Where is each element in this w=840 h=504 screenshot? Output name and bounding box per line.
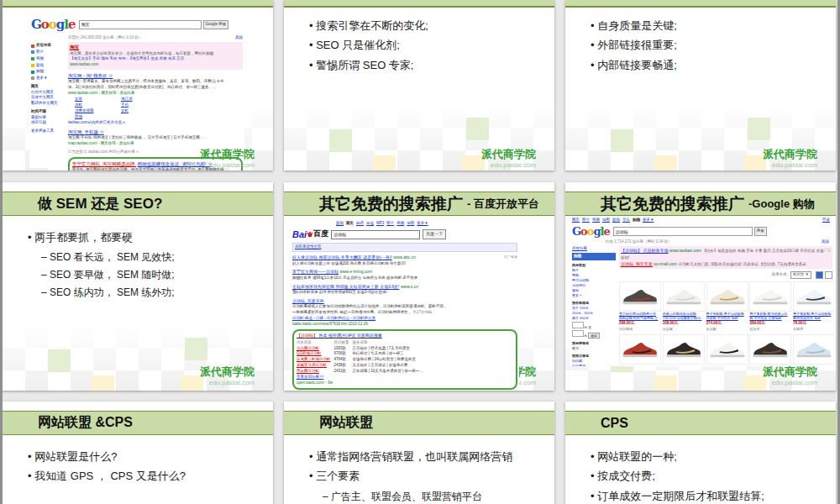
bullet-list: 网站联盟是什么? 我知道 GPS ， CPS 又是什么?: [3, 450, 273, 484]
price-min-input[interactable]: [572, 322, 584, 328]
sidebar-filter[interactable]: 翻译的外文网页: [31, 101, 65, 107]
sidebar-item[interactable]: 视频: [31, 56, 65, 62]
sidebar-filter[interactable]: 最新结果: [31, 115, 65, 121]
bullet-item: 三个要素: [309, 470, 544, 483]
sidebar-item[interactable]: 所有结果: [31, 43, 65, 49]
slide-title-bar: 网站联盟: [284, 411, 554, 435]
advanced-search-link[interactable]: 高级: [235, 35, 243, 41]
table-row: 西街网运动鞋2431款正版保障 | 10天无条件退换货 | 假一赔一…: [297, 369, 427, 375]
baidu-logo: Bai百度: [292, 228, 328, 242]
sub-bullet-list: SEO 看长远， SEM 见效快; SEO 要早做， SEM 随时做; SEO …: [3, 250, 273, 300]
product-title-link: 男子复刻鞋 男子运动板鞋 帆布热卖特价 包邮: [793, 312, 832, 321]
watermark: 派代商学院edu.paidai.com: [200, 149, 255, 169]
result-title-link[interactable]: 好人缘运动鞋 推荐运动鞋 冬季大酬宾 就是要你(一身)!: [292, 255, 392, 260]
product-merchant-table: 优质商家商品数量服务保障 当当网运动鞋1093款正品低价 | 经济实惠 | 7天…: [297, 340, 427, 375]
result-title-link[interactable]: 淘宝网, 手机版 ☆: [68, 129, 243, 135]
result-title-link[interactable]: 淘宝网 - 淘! 我喜欢 ☆: [68, 72, 243, 79]
sort-bar: 排序方式: 相关性 ▼: [619, 271, 832, 279]
search-result: 淘宝网, 手机版 ☆ 淘宝网-手机版·我的淘宝 | 查特价三我的收藏 … 官方手…: [68, 129, 243, 147]
ad-title-link[interactable]: 运动鞋, 淘宝专卖: [621, 261, 653, 266]
bullet-list: 网站联盟的一种; 按成交付费; 订单成效一定期限后才和联盟结算;: [565, 450, 836, 503]
slide-thumbnail-sem-vs-seo[interactable]: 做 SEM 还是 SEO? 两手都要抓，都要硬 SEO 看长远， SEM 见效快…: [3, 182, 273, 391]
bullet-item: 按成交付费;: [591, 470, 826, 483]
product-card[interactable]: 男子复刻鞋 男子运动板鞋 帆布热卖特价 包邮 76.00元 名鞋库: [793, 281, 832, 332]
result-title-link[interactable]: 李宁官方商城——运动鞋: [292, 269, 339, 274]
sidebar-item[interactable]: 图片: [31, 50, 65, 55]
baidu-search-input[interactable]: [331, 230, 420, 239]
more-from-site-link[interactable]: taobao.com站内的其它相关信息 »: [68, 120, 243, 126]
search-input[interactable]: [613, 227, 753, 236]
highlighted-product-search-box: 【运动鞋】 热卖 报价|图片|评论 百度商品搜索 优质商家商品数量服务保障 当当…: [292, 329, 517, 390]
results-stats: 获得约 241,000,000 条结果（用时 0.10 秒）: [68, 35, 142, 41]
product-row: 意大利品牌运动鞋男士休闲跑步鞋 时尚气垫男鞋 正品包邮 298.00元 拍拍商城…: [619, 281, 832, 332]
product-card[interactable]: 男子复刻鞋 耐克经典小白鞋 节日热卖 全国包邮 369.00元 好乐买: [749, 281, 789, 332]
sidebar-item[interactable]: 购物: [31, 69, 65, 75]
slide-title: 其它免费的搜索推广: [319, 193, 463, 215]
product-title-link: 男子复刻鞋 耐克经典小白鞋 节日热卖 全国包邮: [749, 312, 789, 321]
sidebar-item-shopping[interactable]: 购物: [572, 253, 616, 260]
sidebar-item[interactable]: 更多▼: [31, 76, 65, 81]
google-logo: Google: [572, 223, 610, 240]
product-card[interactable]: 男子智跑鞋 男子运动板鞋休闲鞋 节日特价 包邮 374.00元 乐淘网: [706, 281, 746, 332]
ad-title-link[interactable]: 【运动鞋】 正品秒杀专场: [621, 248, 668, 253]
slide-thumbnail-affiliate-definition[interactable]: 网站联盟 通常指网络营销联盟，也叫联属网络营销 三个要素 广告主、联盟会员、联盟…: [284, 402, 554, 504]
price-apply-button[interactable]: 确定: [588, 333, 600, 339]
slide-thumbnail-google-shopping[interactable]: 其它免费的搜索推广-Google 购物 网页图片视频地图新闻音乐购物更多▼ 登录…: [565, 182, 836, 391]
product-card[interactable]: [706, 334, 746, 365]
slide-thumbnail-baidu-platform[interactable]: 派代商学院edu.paidai.com 其它免费的搜索推广- 百度开放平台 新闻…: [284, 182, 554, 391]
baike-result: 运动鞋_百度百科 运动鞋是根据人们参加运动或旅游的特点设计制造的，运动鞋的鞋底和…: [292, 298, 517, 328]
slide-thumbnail-link-quality[interactable]: 自身质量是关键; 外部链接很重要; 内部链接要畅通; 派代商学院edu.paid…: [565, 0, 836, 171]
baidu-search-button[interactable]: 百度一下: [423, 229, 446, 239]
sign-in-link[interactable]: 登录: [822, 218, 830, 223]
search-input[interactable]: [79, 20, 202, 29]
bullet-item: 网站联盟的一种;: [591, 450, 826, 464]
list-view-icon[interactable]: [825, 271, 832, 279]
slide-title-bar: 其它免费的搜索推广-Google 购物: [565, 192, 836, 216]
search-button[interactable]: 搜索: [754, 227, 767, 236]
baidu-serp-screenshot: 新闻网页贴吧知道MP3图片视频地图更多▼ Bai百度 百度一下 把百度设为主页 …: [291, 219, 519, 391]
google-top-nav: 网页图片视频地图新闻音乐购物更多▼ 登录: [572, 218, 832, 223]
slide-thumbnail-seo-notes[interactable]: 搜索引擎在不断的变化; SEO 只是催化剂; 警惕所谓 SEO 专家; 派代商学…: [284, 0, 554, 171]
slide-thumbnail-affiliate-cps-question[interactable]: 网站联盟 &CPS 网站联盟是什么? 我知道 GPS ， CPS 又是什么? 派…: [3, 402, 273, 504]
slide-thumbnail-google-serp[interactable]: Google Google 搜索 获得约 241,000,000 条结果（用时 …: [3, 0, 273, 171]
baidu-paw-icon: [307, 231, 313, 238]
advanced-search-link[interactable]: 高级: [822, 239, 829, 245]
sitelinks: 女装淘江湖 皮鞋手机 消费者保障女鞋 商城: [75, 97, 243, 119]
bullet-list: 搜索引擎在不断的变化; SEO 只是催化剂; 警惕所谓 SEO 专家;: [284, 19, 554, 72]
grid-view-icon[interactable]: [816, 271, 823, 279]
product-card[interactable]: [619, 334, 659, 365]
bullet-item: SEO 只是催化剂;: [309, 39, 544, 52]
sneaker-image: [622, 286, 659, 307]
bullet-item: 外部链接很重要;: [591, 39, 826, 52]
sidebar-item[interactable]: 新闻: [31, 63, 65, 69]
set-homepage-link[interactable]: 把百度设为主页: [295, 244, 322, 249]
product-card[interactable]: 意大利品牌运动鞋男士休闲跑步鞋 时尚气垫男鞋 正品包邮 298.00元 拍拍商城: [619, 281, 659, 332]
baidu-nav: 新闻网页贴吧知道MP3图片视频地图更多▼: [336, 221, 517, 227]
bullet-item: 通常指网络营销联盟，也叫联属网络营销: [309, 450, 544, 464]
bullet-item: 搜索引擎在不断的变化;: [309, 19, 544, 33]
sidebar-filter[interactable]: 简体中文网页: [31, 95, 65, 101]
product-card[interactable]: [663, 334, 702, 365]
sort-dropdown[interactable]: 相关性 ▼: [790, 271, 811, 279]
product-card[interactable]: 经典小白鞋休闲运动鞋OSO558 运动网面女鞋02-1.0 108.00元 淘宝…: [663, 281, 702, 332]
sneaker-image: [752, 339, 789, 360]
sidebar-filter[interactable]: 指定日期: [31, 120, 65, 126]
product-search-title-link[interactable]: 热卖 报价|图片|评论 百度商品搜索: [318, 333, 382, 338]
more-tools-link[interactable]: 更多搜索工具: [31, 129, 65, 134]
ad-title-link[interactable]: 淘宝: [70, 44, 241, 50]
slide-header-bar-cropped: [3, 0, 273, 8]
slide-thumbnail-cps[interactable]: CPS 网站联盟的一种; 按成交付费; 订单成效一定期限后才和联盟结算; 派代商…: [565, 402, 836, 504]
product-store: 乐淘网: [706, 327, 746, 332]
product-card[interactable]: [793, 334, 832, 365]
bullet-item: 自身质量是关键;: [591, 19, 826, 33]
product-card[interactable]: [749, 334, 789, 365]
slide-title: 网站联盟 &CPS: [38, 414, 133, 432]
sneaker-image: [622, 339, 659, 360]
sidebar-item[interactable]: 所有结果: [572, 246, 616, 252]
view-all-results-link[interactable]: 查看全部结果>>: [297, 375, 513, 381]
price-max-input[interactable]: [572, 330, 584, 337]
result-title-link[interactable]: 名鞋库独家领先韩官网 羽绒服 女鞋等周末上新 全场3.6折!: [292, 284, 400, 289]
product-store: 拍拍商城: [619, 327, 659, 332]
bullet-list: 两手都要抓，都要硬: [3, 231, 273, 244]
google-search-button[interactable]: Google 搜索: [203, 20, 229, 29]
